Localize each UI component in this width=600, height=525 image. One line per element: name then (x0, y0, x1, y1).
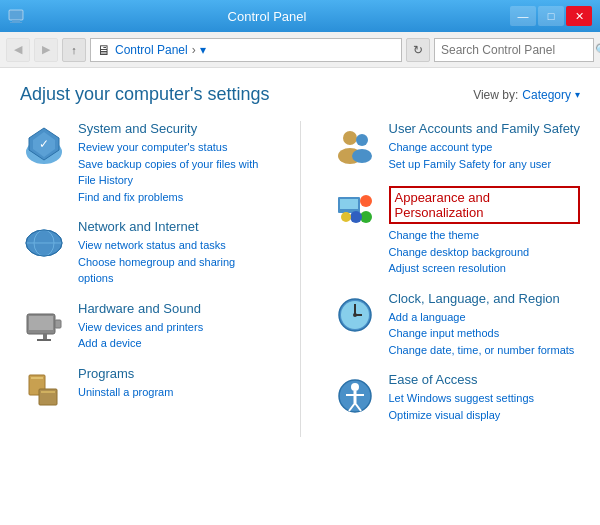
search-icon: 🔍 (595, 43, 600, 57)
list-item: Network and Internet View network status… (20, 219, 270, 287)
svg-point-34 (353, 313, 357, 317)
left-panel: ✓ System and Security Review your comput… (20, 121, 270, 437)
view-by-option[interactable]: Category (522, 88, 571, 102)
title-bar-controls: — □ ✕ (510, 6, 592, 26)
right-panel: User Accounts and Family Safety Change a… (331, 121, 581, 437)
clock-title[interactable]: Clock, Language, and Region (389, 291, 575, 306)
appearance-bg-link[interactable]: Change desktop background (389, 244, 581, 261)
view-by-label: View by: (473, 88, 518, 102)
svg-point-26 (360, 195, 372, 207)
panels: ✓ System and Security Review your comput… (20, 121, 580, 437)
list-item: Programs Uninstall a program (20, 366, 270, 414)
svg-point-29 (341, 212, 351, 222)
svg-point-28 (350, 211, 362, 223)
appearance-theme-link[interactable]: Change the theme (389, 227, 581, 244)
appearance-title[interactable]: Appearance and Personalization (389, 186, 581, 224)
users-title[interactable]: User Accounts and Family Safety (389, 121, 580, 136)
clock-text: Clock, Language, and Region Add a langua… (389, 291, 575, 359)
main-title: Adjust your computer's settings (20, 84, 270, 105)
forward-button[interactable]: ▶ (34, 38, 58, 62)
system-backup-link[interactable]: Save backup copies of your files with Fi… (78, 156, 270, 189)
clock-input-link[interactable]: Change input methods (389, 325, 575, 342)
up-button[interactable]: ↑ (62, 38, 86, 62)
svg-rect-13 (43, 334, 47, 339)
main-header: Adjust your computer's settings View by:… (20, 84, 580, 105)
panel-divider (300, 121, 301, 437)
programs-text: Programs Uninstall a program (78, 366, 173, 414)
svg-point-20 (343, 131, 357, 145)
network-homegroup-link[interactable]: Choose homegroup and sharing options (78, 254, 270, 287)
users-text: User Accounts and Family Safety Change a… (389, 121, 580, 172)
minimize-button[interactable]: — (510, 6, 536, 26)
ease-suggest-link[interactable]: Let Windows suggest settings (389, 390, 535, 407)
network-title[interactable]: Network and Internet (78, 219, 270, 234)
svg-point-36 (351, 383, 359, 391)
list-item: Hardware and Sound View devices and prin… (20, 301, 270, 352)
hardware-printers-link[interactable]: View devices and printers (78, 319, 203, 336)
svg-text:✓: ✓ (39, 137, 49, 151)
clock-language-link[interactable]: Add a language (389, 309, 575, 326)
svg-rect-12 (29, 316, 53, 330)
system-security-title[interactable]: System and Security (78, 121, 270, 136)
ease-title[interactable]: Ease of Access (389, 372, 535, 387)
title-bar-left (8, 8, 24, 24)
clock-datetime-link[interactable]: Change date, time, or number formats (389, 342, 575, 359)
users-account-link[interactable]: Change account type (389, 139, 580, 156)
system-security-icon: ✓ (20, 121, 68, 169)
hardware-add-link[interactable]: Add a device (78, 335, 203, 352)
network-text: Network and Internet View network status… (78, 219, 270, 287)
svg-rect-15 (55, 320, 61, 328)
list-item: Appearance and Personalization Change th… (331, 186, 581, 277)
breadcrumb-home[interactable]: Control Panel (115, 43, 188, 57)
programs-uninstall-link[interactable]: Uninstall a program (78, 384, 173, 401)
close-button[interactable]: ✕ (566, 6, 592, 26)
maximize-button[interactable]: □ (538, 6, 564, 26)
hardware-icon (20, 301, 68, 349)
list-item: Ease of Access Let Windows suggest setti… (331, 372, 581, 423)
svg-rect-2 (10, 22, 22, 23)
hardware-text: Hardware and Sound View devices and prin… (78, 301, 203, 352)
svg-rect-14 (37, 339, 51, 341)
ease-visual-link[interactable]: Optimize visual display (389, 407, 535, 424)
svg-point-22 (356, 134, 368, 146)
breadcrumb: 🖥 Control Panel › ▾ (90, 38, 402, 62)
search-box: 🔍 (434, 38, 594, 62)
programs-icon (20, 366, 68, 414)
ease-text: Ease of Access Let Windows suggest setti… (389, 372, 535, 423)
hardware-title[interactable]: Hardware and Sound (78, 301, 203, 316)
svg-rect-19 (41, 391, 55, 393)
clock-icon (331, 291, 379, 339)
nav-bar: ◀ ▶ ↑ 🖥 Control Panel › ▾ ↻ 🔍 (0, 32, 600, 68)
network-icon (20, 219, 68, 267)
ease-icon (331, 372, 379, 420)
breadcrumb-icon: 🖥 (97, 42, 111, 58)
users-icon (331, 121, 379, 169)
users-family-link[interactable]: Set up Family Safety for any user (389, 156, 580, 173)
svg-rect-0 (9, 10, 23, 20)
system-fix-link[interactable]: Find and fix problems (78, 189, 270, 206)
appearance-resolution-link[interactable]: Adjust screen resolution (389, 260, 581, 277)
view-by-arrow: ▾ (575, 89, 580, 100)
svg-rect-25 (340, 199, 358, 209)
breadcrumb-dropdown[interactable]: ▾ (200, 43, 206, 57)
network-status-link[interactable]: View network status and tasks (78, 237, 270, 254)
app-icon (8, 8, 24, 24)
main-content: Adjust your computer's settings View by:… (0, 68, 600, 525)
view-by: View by: Category ▾ (473, 88, 580, 102)
list-item: User Accounts and Family Safety Change a… (331, 121, 581, 172)
appearance-icon (331, 186, 379, 234)
svg-rect-1 (12, 20, 20, 22)
list-item: ✓ System and Security Review your comput… (20, 121, 270, 205)
breadcrumb-arrow: › (192, 43, 196, 57)
programs-title[interactable]: Programs (78, 366, 173, 381)
back-button[interactable]: ◀ (6, 38, 30, 62)
appearance-text: Appearance and Personalization Change th… (389, 186, 581, 277)
svg-rect-17 (31, 377, 43, 379)
list-item: Clock, Language, and Region Add a langua… (331, 291, 581, 359)
title-bar: Control Panel — □ ✕ (0, 0, 600, 32)
refresh-button[interactable]: ↻ (406, 38, 430, 62)
search-input[interactable] (441, 43, 591, 57)
system-security-text: System and Security Review your computer… (78, 121, 270, 205)
system-review-link[interactable]: Review your computer's status (78, 139, 270, 156)
window-title: Control Panel (24, 9, 510, 24)
